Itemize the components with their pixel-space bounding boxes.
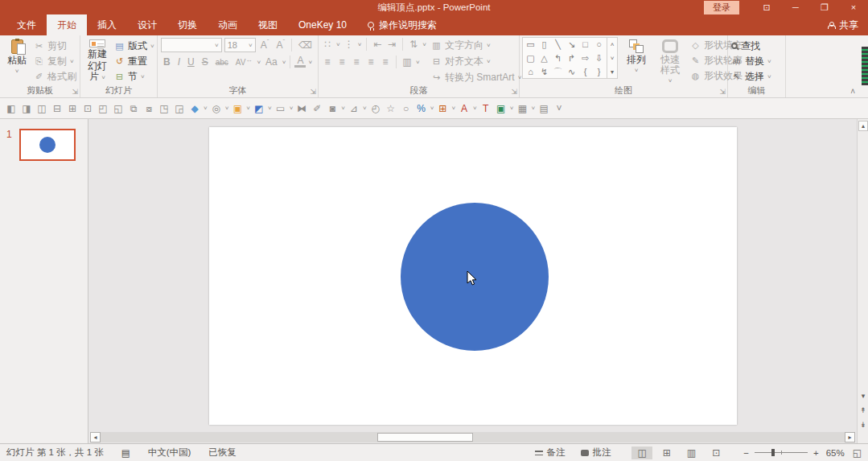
- increase-indent-icon[interactable]: ⇥: [386, 39, 397, 50]
- ribbon-display-options-button[interactable]: ⊡: [752, 0, 781, 14]
- zoom-in-icon[interactable]: +: [813, 448, 819, 458]
- find-button[interactable]: 查找: [731, 39, 771, 53]
- table-tool-icon[interactable]: ⊞: [436, 99, 449, 118]
- replace-button[interactable]: ab 替换 ˅: [731, 54, 771, 68]
- scribble-icon[interactable]: ↯: [541, 66, 548, 78]
- slide[interactable]: [209, 127, 737, 425]
- restore-button[interactable]: ❐: [810, 0, 839, 14]
- columns-icon[interactable]: ▥: [401, 56, 413, 68]
- curve-icon[interactable]: ∿: [568, 66, 575, 78]
- paste-button[interactable]: 粘贴 ˅: [2, 38, 32, 84]
- tell-me-search[interactable]: 操作说明搜索: [357, 14, 447, 35]
- equal-width-icon[interactable]: ◰: [97, 99, 109, 118]
- share-button[interactable]: 共享: [827, 14, 858, 35]
- zoom-slider-thumb[interactable]: [771, 449, 775, 456]
- rounded-rectangle-icon[interactable]: ▢: [526, 52, 534, 64]
- dropdown-arrow-icon[interactable]: ˅: [451, 105, 455, 112]
- decrease-font-size-button[interactable]: Aˇ: [274, 39, 287, 51]
- arc-icon[interactable]: ⌒: [553, 66, 562, 78]
- chevron-down-icon[interactable]: ˅: [422, 41, 426, 48]
- comments-button[interactable]: 批注: [581, 447, 611, 459]
- fit-to-window-icon[interactable]: ◱: [853, 447, 862, 459]
- scroll-right-icon[interactable]: ▸: [845, 432, 855, 442]
- dropdown-arrow-icon[interactable]: ˅: [341, 105, 345, 112]
- text-shadow-button[interactable]: abc: [213, 58, 231, 67]
- dialog-launcher-icon[interactable]: ⇲: [719, 88, 726, 96]
- slide-thumbnail[interactable]: [19, 129, 76, 161]
- dropdown-arrow-icon[interactable]: ˅: [473, 105, 477, 112]
- text-tool-icon[interactable]: T: [479, 99, 492, 118]
- spellcheck-book-icon[interactable]: ▤: [121, 447, 130, 459]
- new-slide-button[interactable]: 新建 幻灯片 ˅: [82, 38, 113, 84]
- merge-shapes-icon[interactable]: ◆: [188, 99, 201, 118]
- horizontal-scrollbar-thumb[interactable]: [377, 433, 473, 442]
- chevron-down-icon[interactable]: ˅: [282, 59, 286, 66]
- line-spacing-icon[interactable]: ⇅: [408, 39, 419, 50]
- dropdown-arrow-icon[interactable]: ˅: [225, 105, 229, 112]
- font-color-button[interactable]: A: [294, 56, 306, 68]
- equal-height-icon[interactable]: ◱: [112, 99, 125, 118]
- scroll-down-icon[interactable]: ▾: [858, 391, 868, 401]
- align-text-button[interactable]: ⊟ 对齐文本 ˅: [431, 54, 521, 68]
- animation-star-icon[interactable]: ☆: [385, 99, 397, 118]
- dropdown-arrow-icon[interactable]: ˅: [204, 105, 208, 112]
- font-name-combo[interactable]: ˅: [161, 38, 222, 52]
- tab-file[interactable]: 文件: [6, 14, 47, 35]
- dropdown-arrow-icon[interactable]: ˅: [510, 105, 514, 112]
- notes-button[interactable]: 备注: [535, 447, 565, 459]
- theme-colors-icon[interactable]: ◩: [253, 99, 265, 118]
- align-objects-left-icon[interactable]: ◧: [5, 99, 18, 118]
- strikethrough-button[interactable]: S: [200, 56, 211, 68]
- align-to-slide-icon[interactable]: ◲: [173, 99, 186, 118]
- zoom-slider[interactable]: [755, 452, 808, 453]
- dropdown-arrow-icon[interactable]: ˅: [290, 105, 294, 112]
- cut-button[interactable]: ✂ 剪切: [34, 39, 76, 53]
- dialog-launcher-icon[interactable]: ⇲: [72, 88, 78, 96]
- gallery-more-icon[interactable]: ▾: [607, 65, 617, 79]
- tab-design[interactable]: 设计: [127, 14, 167, 35]
- decrease-indent-icon[interactable]: ⇤: [372, 39, 383, 50]
- chevron-down-icon[interactable]: ˅: [70, 58, 74, 65]
- justify-icon[interactable]: ≡: [365, 56, 376, 68]
- format-painter-mini-icon[interactable]: ✐: [311, 99, 323, 118]
- elbow-connector-icon[interactable]: ↰: [554, 52, 562, 64]
- horizontal-scrollbar[interactable]: ◂ ▸: [90, 432, 855, 442]
- arrow-icon[interactable]: ↘: [568, 39, 575, 51]
- oval-icon[interactable]: ○: [596, 39, 602, 51]
- character-spacing-button[interactable]: AV↔: [233, 58, 255, 67]
- chevron-down-icon[interactable]: ˅: [15, 68, 19, 75]
- align-center-horizontal-icon[interactable]: ⊞: [66, 99, 79, 118]
- underline-button[interactable]: U: [185, 56, 197, 68]
- chevron-down-icon[interactable]: ˅: [416, 59, 420, 66]
- chevron-down-icon[interactable]: ˅: [767, 58, 771, 65]
- chevron-down-icon[interactable]: ˅: [487, 42, 491, 49]
- rectangle-icon[interactable]: □: [582, 39, 588, 51]
- numbering-icon[interactable]: ⋮: [343, 39, 355, 50]
- dialog-launcher-icon[interactable]: ⇲: [310, 88, 316, 96]
- sign-in-button[interactable]: 登录: [704, 1, 739, 14]
- chevron-down-icon[interactable]: ˅: [336, 41, 340, 48]
- tab-animations[interactable]: 动画: [208, 14, 248, 35]
- normal-view-button[interactable]: ◫: [631, 447, 652, 459]
- dropdown-arrow-icon[interactable]: ˅: [363, 105, 367, 112]
- chevron-down-icon[interactable]: ˅: [487, 58, 491, 65]
- chevron-down-icon[interactable]: ˅: [635, 67, 639, 74]
- oval-tool-icon[interactable]: ○: [400, 99, 413, 118]
- language-indicator[interactable]: 中文(中国): [148, 447, 191, 459]
- fill-bucket-icon[interactable]: ◙: [326, 99, 339, 118]
- triangle-icon[interactable]: △: [541, 52, 547, 64]
- text-direction-button[interactable]: ▥ 文字方向 ˅: [431, 38, 521, 52]
- minimize-button[interactable]: ─: [781, 0, 810, 14]
- tab-onekey[interactable]: OneKey 10: [288, 14, 357, 35]
- tab-transitions[interactable]: 切换: [167, 14, 208, 35]
- remove-text-icon[interactable]: A: [458, 99, 471, 118]
- animation-timing-icon[interactable]: ◴: [369, 99, 382, 118]
- dropdown-arrow-icon[interactable]: ˅: [246, 105, 250, 112]
- reading-view-button[interactable]: ▥: [681, 447, 701, 459]
- align-middle-vertical-icon[interactable]: ⊡: [81, 99, 94, 118]
- copy-button[interactable]: ⎘ 复制 ˅: [34, 54, 76, 68]
- chevron-down-icon[interactable]: ˅: [358, 41, 362, 48]
- group-shapes-icon[interactable]: ⧉: [127, 99, 140, 118]
- tab-home[interactable]: 开始: [47, 14, 87, 35]
- scroll-left-icon[interactable]: ◂: [90, 432, 101, 442]
